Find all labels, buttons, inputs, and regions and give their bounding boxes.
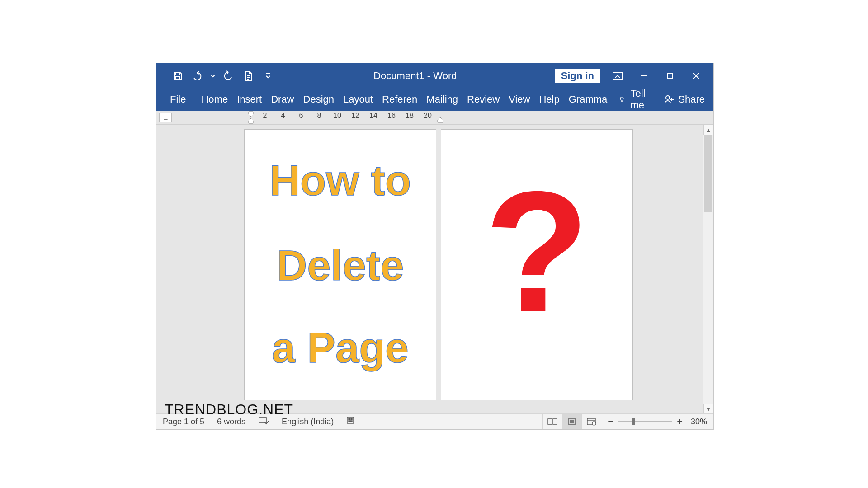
svg-point-13 <box>592 422 596 425</box>
ruler-mark: 4 <box>278 112 288 120</box>
ribbon-tabs: File Home Insert Draw Design Layout Refe… <box>156 88 713 111</box>
share-icon <box>664 94 675 105</box>
undo-dropdown-icon[interactable] <box>210 68 216 84</box>
svg-rect-7 <box>347 417 354 423</box>
svg-rect-9 <box>351 418 352 420</box>
tab-draw[interactable]: Draw <box>266 92 298 107</box>
minimize-icon[interactable] <box>635 67 653 85</box>
undo-icon[interactable] <box>190 68 205 84</box>
scroll-thumb[interactable] <box>704 135 712 212</box>
language-indicator[interactable]: English (India) <box>275 417 340 427</box>
document-area[interactable]: How to Delete a Page ? ▲ ▼ <box>156 125 713 414</box>
tab-file[interactable]: File <box>156 92 197 107</box>
print-layout-icon[interactable] <box>562 414 581 429</box>
page-1[interactable]: How to Delete a Page <box>245 130 436 400</box>
zoom-in-icon[interactable]: + <box>677 416 683 427</box>
ruler-mark: 12 <box>351 112 360 120</box>
customize-qat-icon[interactable] <box>260 68 276 84</box>
svg-rect-1 <box>667 73 673 79</box>
ruler-mark: 18 <box>405 112 414 120</box>
scroll-down-icon[interactable]: ▼ <box>703 404 713 414</box>
lightbulb-icon <box>619 94 625 104</box>
tab-mailings[interactable]: Mailing <box>422 92 462 107</box>
ruler-mark: 14 <box>369 112 378 120</box>
wordart-line-2[interactable]: Delete <box>245 244 436 287</box>
scroll-up-icon[interactable]: ▲ <box>703 125 713 135</box>
tab-review[interactable]: Review <box>462 92 504 107</box>
ruler-mark: 20 <box>423 112 432 120</box>
signin-button[interactable]: Sign in <box>555 69 600 83</box>
svg-marker-5 <box>438 117 443 122</box>
close-icon[interactable] <box>687 67 705 85</box>
tab-references[interactable]: Referen <box>377 92 422 107</box>
maximize-icon[interactable] <box>661 67 679 85</box>
zoom-control: − + 30% <box>601 416 713 427</box>
question-mark[interactable]: ? <box>441 166 632 338</box>
tab-help[interactable]: Help <box>534 92 564 107</box>
repeat-icon[interactable] <box>221 68 236 84</box>
watermark-text: TRENDBLOG.NET <box>165 401 293 418</box>
ruler-mark: 6 <box>297 112 306 120</box>
svg-point-2 <box>666 96 670 99</box>
tab-view[interactable]: View <box>504 92 534 107</box>
save-icon[interactable] <box>170 68 185 84</box>
word-count[interactable]: 6 words <box>211 417 252 427</box>
tab-insert[interactable]: Insert <box>232 92 266 107</box>
page-indicator[interactable]: Page 1 of 5 <box>156 417 211 427</box>
horizontal-ruler[interactable]: ∟ 2 4 6 8 10 12 14 16 18 20 <box>156 111 713 125</box>
tab-selector[interactable]: ∟ <box>159 113 172 122</box>
zoom-slider[interactable] <box>618 421 672 422</box>
page-2[interactable]: ? <box>441 130 632 400</box>
zoom-level[interactable]: 30% <box>687 417 707 427</box>
tab-home[interactable]: Home <box>197 92 232 107</box>
read-mode-icon[interactable] <box>542 414 562 429</box>
wordart-line-3[interactable]: a Page <box>245 327 436 369</box>
svg-rect-10 <box>349 421 352 422</box>
title-bar: Document1 - Word Sign in <box>156 63 713 88</box>
window-title: Document1 - Word <box>276 70 555 82</box>
right-indent-marker-icon[interactable] <box>437 117 444 123</box>
tell-me[interactable]: Tell me <box>612 88 656 111</box>
page-container: How to Delete a Page ? <box>245 130 632 400</box>
macro-recorder-icon[interactable] <box>340 416 363 427</box>
web-layout-icon[interactable] <box>581 414 601 429</box>
vertical-scrollbar[interactable]: ▲ ▼ <box>703 125 713 414</box>
zoom-out-icon[interactable]: − <box>608 416 613 427</box>
ruler-mark: 10 <box>333 112 342 120</box>
ribbon-display-icon[interactable] <box>609 67 627 85</box>
wordart-line-1[interactable]: How to <box>245 160 436 202</box>
tab-design[interactable]: Design <box>299 92 339 107</box>
title-controls: Sign in <box>555 67 713 85</box>
ruler-mark: 2 <box>260 112 269 120</box>
word-window: Document1 - Word Sign in File Home Inser… <box>156 63 713 429</box>
tab-layout[interactable]: Layout <box>339 92 377 107</box>
zoom-thumb[interactable] <box>632 418 635 425</box>
share-label: Share <box>678 94 705 105</box>
document-icon[interactable] <box>241 68 256 84</box>
svg-rect-8 <box>349 418 350 420</box>
svg-rect-6 <box>259 418 266 423</box>
quick-access-toolbar <box>156 68 276 84</box>
ruler-mark: 16 <box>387 112 396 120</box>
ruler-scale: 2 4 6 8 10 12 14 16 18 20 <box>242 111 432 125</box>
share-button[interactable]: Share <box>656 94 716 105</box>
ruler-mark: 8 <box>315 112 324 120</box>
tell-me-label: Tell me <box>631 88 650 111</box>
tab-grammarly[interactable]: Gramma <box>564 92 612 107</box>
